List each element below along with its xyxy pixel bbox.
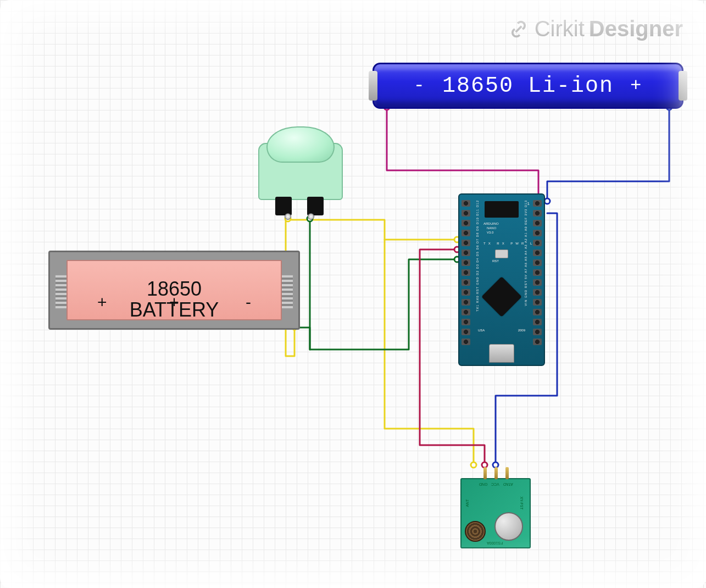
nano-silk-title: ARDUINO [483, 222, 499, 225]
nano-reset-button [495, 249, 508, 258]
nano-left-pin-labels: TX1 RX0 RST GND D2 D3 D4 D5 D6 D7 D8 D9 … [472, 200, 482, 312]
nano-silk-sub: NANO [487, 226, 496, 230]
rf-pin-vcc: VCC [491, 482, 499, 486]
liion-plus: + [630, 75, 642, 96]
component-arduino-nano[interactable]: ARDUINO NANO V3.0 RST USA 2009 1 TX1 RX0… [458, 193, 545, 366]
nano-usb-port [489, 344, 514, 363]
nano-right-pin-labels: VIN GND RST 5V A7 A6 A5 A4 A3 A2 A1 A0 R… [521, 200, 531, 306]
liion-cap-negative [369, 71, 377, 101]
nano-pinrow-right [533, 200, 542, 345]
nano-silk-ver: V3.0 [487, 231, 493, 234]
nano-footer-right: 2009 [518, 329, 525, 332]
watermark-logo: Cirkit Designer [507, 16, 683, 41]
holder-label-line2: BATTERY [130, 298, 219, 321]
nano-footer-left: USA [478, 329, 485, 332]
rf-ant-label: ANT [465, 500, 469, 507]
component-battery-holder[interactable]: + + - 18650 BATTERY [48, 251, 300, 330]
liion-cap-positive [679, 71, 687, 101]
liion-label: - 18650 Li-ion + [414, 74, 643, 98]
arcade-feet [275, 197, 324, 215]
nano-mcu-chip [481, 276, 522, 317]
nano-rst-label: RST [492, 259, 499, 263]
nano-led-labels: TX RX PWR L [483, 242, 535, 245]
watermark-product: Designer [589, 16, 683, 41]
holder-label-line1: 18650 [147, 278, 202, 300]
rf-side-label: XY-FST [519, 496, 523, 509]
watermark-brand: Cirkit [535, 16, 585, 41]
nano-pinrow-left [462, 200, 470, 345]
arcade-pin-right [308, 213, 314, 220]
arcade-pin-left [285, 213, 291, 220]
arcade-dome [266, 126, 335, 163]
component-arcade-button[interactable] [253, 126, 346, 214]
liion-text: 18650 Li-ion [442, 74, 614, 98]
holder-label: 18650 BATTERY [68, 279, 281, 320]
holder-cell: + + - 18650 BATTERY [66, 260, 282, 320]
component-rf-transmitter[interactable]: GND VCC ATAD FS1000A XY-FST ANT [460, 478, 531, 548]
link-icon [507, 18, 530, 41]
rf-coil-inductor [465, 521, 486, 542]
rf-pin-gnd: GND [479, 482, 488, 486]
nano-icsp-header [485, 201, 519, 218]
component-liion-battery[interactable]: - 18650 Li-ion + [373, 63, 683, 109]
rf-crystal [494, 512, 523, 541]
rf-pin-data: ATAD [503, 482, 513, 486]
liion-minus: - [414, 75, 426, 96]
rf-board-label: FS1000A [487, 541, 503, 545]
rf-header-pins [483, 467, 509, 479]
